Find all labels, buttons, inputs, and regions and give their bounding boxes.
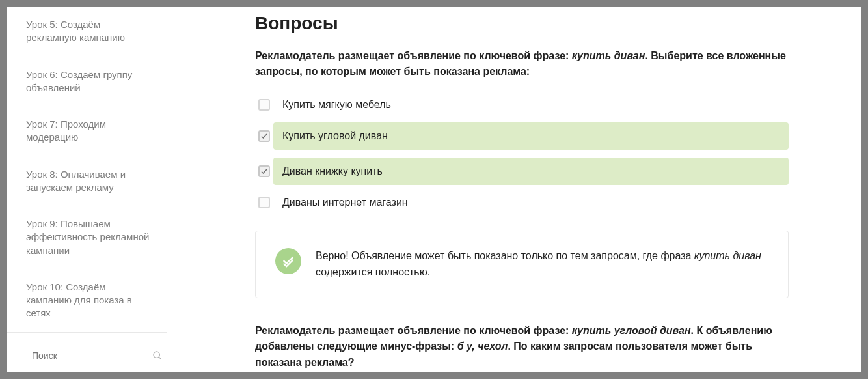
option-3[interactable]: Диван книжку купить [255, 158, 789, 185]
checkbox-checked-icon[interactable] [258, 165, 270, 177]
search-icon[interactable] [152, 350, 163, 361]
checkbox-icon[interactable] [258, 99, 270, 111]
sidebar-item-lesson-10[interactable]: Урок 10: Создаём кампанию для показа в с… [7, 269, 167, 332]
sidebar-item-lesson-8[interactable]: Урок 8: Оплачиваем и запускаем рекламу [7, 156, 167, 206]
feedback-phrase: купить диван [694, 250, 761, 261]
option-2-label: Купить угловой диван [273, 122, 789, 150]
checkbox-icon[interactable] [258, 197, 270, 208]
svg-line-1 [159, 357, 161, 359]
feedback-text: Верно! Объявление может быть показано то… [316, 248, 768, 281]
option-4-label: Диваны интернет магазин [273, 193, 789, 212]
page-heading: Вопросы [255, 13, 789, 34]
checkbox-checked-icon[interactable] [258, 130, 270, 142]
option-3-label: Диван книжку купить [273, 158, 789, 185]
q2-t1: Рекламодатель размещает объявление по кл… [255, 325, 572, 336]
option-1-label: Купить мягкую мебель [273, 95, 789, 115]
question-1-options: Купить мягкую мебель Купить угловой дива… [255, 95, 789, 212]
sidebar-item-lesson-9[interactable]: Урок 9: Повышаем эффективность рекламной… [7, 206, 167, 269]
q2-phrase-2: б у, чехол [457, 341, 508, 352]
svg-point-0 [154, 352, 159, 358]
sidebar-item-lesson-6[interactable]: Урок 6: Создаём группу объявлений [7, 57, 167, 107]
sidebar-item-lesson-7[interactable]: Урок 7: Проходим модерацию [7, 106, 167, 156]
question-1-prefix: Рекламодатель размещает объявление по кл… [255, 50, 572, 61]
question-2-text: Рекламодатель размещает объявление по кл… [255, 323, 789, 371]
feedback-prefix: Верно! Объявление может быть показано то… [316, 250, 694, 261]
search-box [25, 346, 148, 365]
feedback-box: Верно! Объявление может быть показано то… [255, 231, 789, 298]
sidebar: Урок 5: Создаём рекламную кампанию Урок … [7, 7, 167, 372]
sidebar-search-area [7, 333, 167, 373]
sidebar-item-lesson-5[interactable]: Урок 5: Создаём рекламную кампанию [7, 7, 167, 57]
option-2[interactable]: Купить угловой диван [255, 122, 789, 150]
q2-phrase-1: купить угловой диван [572, 325, 691, 336]
app-container: Урок 5: Создаём рекламную кампанию Урок … [7, 7, 861, 372]
search-input[interactable] [25, 350, 152, 361]
sidebar-items: Урок 5: Создаём рекламную кампанию Урок … [7, 7, 167, 333]
main-content: Вопросы Рекламодатель размещает объявлен… [167, 7, 861, 372]
option-1[interactable]: Купить мягкую мебель [255, 95, 789, 115]
option-4[interactable]: Диваны интернет магазин [255, 193, 789, 212]
question-1-phrase: купить диван [572, 50, 645, 61]
feedback-suffix: содержится полностью. [316, 266, 430, 277]
question-1-text: Рекламодатель размещает объявление по кл… [255, 48, 789, 79]
correct-icon [275, 248, 301, 274]
